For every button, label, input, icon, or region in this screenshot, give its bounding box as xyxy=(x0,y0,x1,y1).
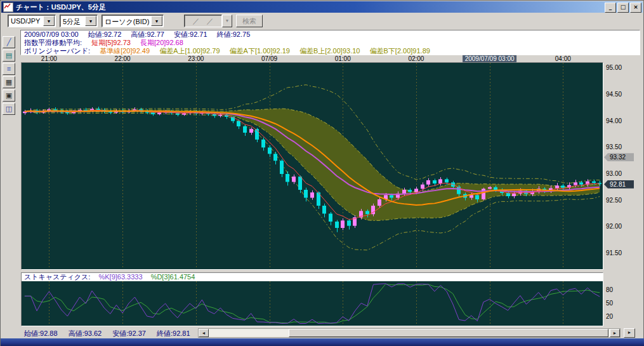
bollinger-dev-a-down: 偏差A下[1.00]92.19 xyxy=(230,47,290,55)
bollinger-dev-a-up: 偏差A上[1.00]92.79 xyxy=(159,47,220,55)
bollinger-label: ボリンジャーバンド: xyxy=(24,47,90,55)
time-label: 01:00 xyxy=(335,55,351,62)
stochastic-scale: 805020 xyxy=(603,281,640,326)
range-ohlc-text: 始値:92.88 高値:93.62 安値:92.37 終値:92.81 xyxy=(24,329,199,338)
bollinger-base-value: 基準線[20]92.49 xyxy=(100,47,150,55)
bollinger-dev-b-down: 偏差B下[2.00]91.89 xyxy=(369,47,430,55)
scroll-left-button[interactable]: ◄ xyxy=(199,329,209,337)
info-close: 終値:92.75 xyxy=(217,30,251,38)
date-dropdown-button[interactable]: ▼ xyxy=(222,15,232,27)
range-low: 安値:92.37 xyxy=(112,329,146,337)
titlebar[interactable]: チャート：USD/JPY、5分足 _ □ × xyxy=(1,1,643,13)
stochastic-panel[interactable]: ストキャスティクス: %K[9]63.3333 %D[3]61.4754 xyxy=(21,272,603,326)
ema-info-line: 指数平滑移動平均: 短期[5]92.73 長期[20]92.68 xyxy=(24,39,636,47)
interval-select[interactable]: 5分足 ▼ xyxy=(60,15,98,27)
current-price-tag: 92.81 xyxy=(604,180,634,189)
ema-short-value: 短期[5]92.73 xyxy=(91,39,131,46)
ema-long-value: 長期[20]92.68 xyxy=(140,39,183,46)
time-label: 02:00 xyxy=(408,55,424,62)
time-label: 21:00 xyxy=(41,55,57,62)
stochastic-label: ストキャスティクス: xyxy=(24,273,90,281)
stochastic-k-value: %K[9]63.3333 xyxy=(98,273,142,281)
trendline-tool-button[interactable]: ╱ xyxy=(3,36,15,48)
price-scale: 95.0094.5094.0093.5093.0092.5092.0091.50… xyxy=(603,63,640,269)
time-label: 04:00 xyxy=(555,55,571,62)
maximize-button[interactable]: □ xyxy=(617,3,629,13)
stochastic-d-value: %D[3]61.4754 xyxy=(151,273,195,281)
price-tick-label: 91.50 xyxy=(606,250,622,256)
info-high: 高値:92.77 xyxy=(131,30,164,38)
range-high: 高値:93.62 xyxy=(69,329,102,337)
scrollbar-thumb[interactable] xyxy=(289,329,608,337)
time-label-selected: 2009/07/09 03:00 xyxy=(463,55,517,62)
bollinger-dev-b-up: 偏差B上[2.00]93.10 xyxy=(299,47,360,55)
main-chart-panel[interactable] xyxy=(21,62,603,270)
stochastic-tick-label: 80 xyxy=(606,287,613,293)
grid-tool-button[interactable]: ▦ xyxy=(3,76,15,88)
price-tick-label: 94.50 xyxy=(606,91,622,98)
pair-select-value: USD/JPY xyxy=(11,17,40,25)
chart-window: チャート：USD/JPY、5分足 _ □ × USD/JPY ▼ 5分足 ▼ ロ… xyxy=(0,0,644,346)
bollinger-info-line: ボリンジャーバンド: 基準線[20]92.49 偏差A上[1.00]92.79 … xyxy=(24,47,636,55)
info-datetime: 2009/07/09 03:00 xyxy=(24,30,79,38)
pair-select[interactable]: USD/JPY ▼ xyxy=(8,15,56,27)
ema-label: 指数平滑移動平均: xyxy=(24,39,82,46)
save-tool-icon: ◫ xyxy=(6,105,12,112)
trendline-tool-icon: ╱ xyxy=(7,38,11,46)
print-tool-icon: ▣ xyxy=(6,91,12,99)
grid-tool-icon: ▦ xyxy=(6,78,12,86)
range-close: 終値:92.81 xyxy=(157,329,190,337)
chevron-down-icon[interactable]: ▼ xyxy=(43,16,55,26)
price-tick-label: 92.00 xyxy=(606,223,622,230)
info-panel: 2009/07/09 03:00 始値:92.72 高値:92.77 安値:92… xyxy=(20,30,640,55)
close-button[interactable]: × xyxy=(630,3,641,13)
price-tick-label: 93.50 xyxy=(606,144,622,150)
window-title: チャート：USD/JPY、5分足 xyxy=(16,3,106,12)
price-tick-label: 95.00 xyxy=(606,65,622,71)
status-bar: 始値:92.88 高値:93.62 安値:92.37 終値:92.81 ◄ ► … xyxy=(1,328,643,338)
chart-style-select-value: ローソク(BID) xyxy=(105,17,149,27)
chevron-down-icon[interactable]: ▼ xyxy=(151,16,162,26)
bottom-app-strip xyxy=(1,338,644,346)
indicator-tool-icon: ≡ xyxy=(7,65,11,72)
minimize-button[interactable]: _ xyxy=(605,3,616,13)
price-tick-label: 92.50 xyxy=(606,197,622,204)
main-chart-canvas[interactable] xyxy=(22,63,603,269)
price-tick-label: 94.00 xyxy=(606,118,622,124)
time-axis: 21:0022:0023:0007/0901:0002:002009/07/09… xyxy=(1,55,644,62)
ohlc-info-line: 2009/07/09 03:00 始値:92.72 高値:92.77 安値:92… xyxy=(24,30,636,39)
search-button[interactable]: 検索 xyxy=(236,15,263,27)
save-tool-button[interactable]: ◫ xyxy=(3,103,15,115)
window-icon xyxy=(3,3,13,12)
interval-select-value: 5分足 xyxy=(63,17,81,27)
tool-strip: ╱▤≡▦▣◫ xyxy=(3,36,19,116)
stochastic-legend: ストキャスティクス: %K[9]63.3333 %D[3]61.4754 xyxy=(22,273,603,281)
chart-horizontal-scrollbar[interactable]: ◄ ► xyxy=(198,328,621,338)
stochastic-tick-label: 50 xyxy=(606,300,613,307)
print-tool-button[interactable]: ▣ xyxy=(3,90,15,102)
price-tick-label: 93.00 xyxy=(606,171,622,177)
toolbar: USD/JPY ▼ 5分足 ▼ ローソク(BID) ▼ ／ ／ ▼ 検索 xyxy=(1,13,643,29)
chart-style-select[interactable]: ローソク(BID) ▼ xyxy=(102,15,164,27)
price-marker-tag: 93.32 xyxy=(604,153,634,161)
indicator-tool-button[interactable]: ≡ xyxy=(3,63,15,75)
time-label: 07/09 xyxy=(261,55,277,62)
jump-latest-button[interactable]: ► xyxy=(624,328,635,338)
range-open: 始値:92.88 xyxy=(24,329,58,337)
time-label: 23:00 xyxy=(188,55,204,62)
time-label: 22:00 xyxy=(115,55,131,62)
chevron-down-icon[interactable]: ▼ xyxy=(85,16,96,26)
scroll-right-button[interactable]: ► xyxy=(610,329,620,337)
info-open: 始値:92.72 xyxy=(88,30,122,38)
date-field[interactable]: ／ ／ xyxy=(184,15,222,27)
info-low: 安値:92.71 xyxy=(174,30,207,38)
stochastic-canvas[interactable] xyxy=(22,281,603,326)
stochastic-tick-label: 20 xyxy=(606,314,613,320)
